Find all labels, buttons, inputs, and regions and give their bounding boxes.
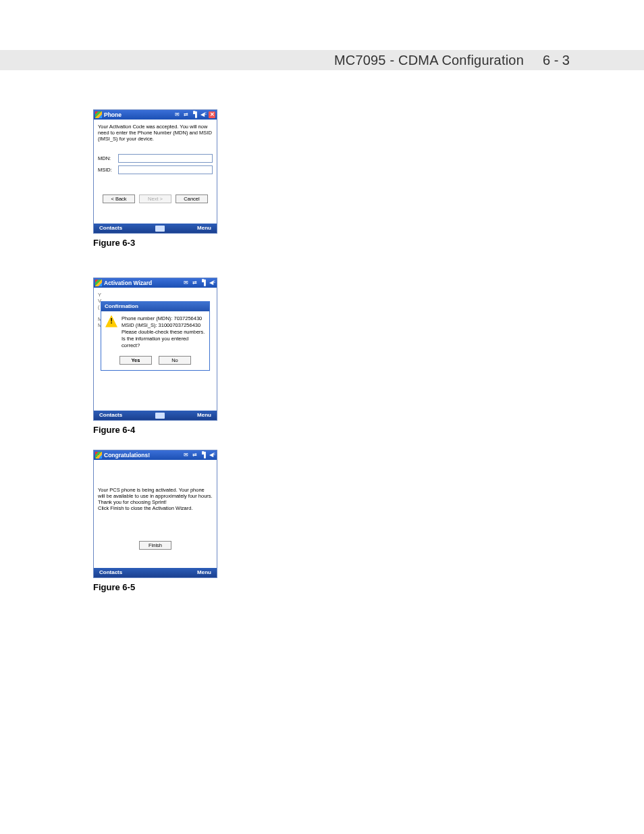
figure-caption-3: Figure 6-5 [93,582,217,592]
back-button[interactable]: < Back [103,194,135,203]
mail-icon: ✉ [182,452,189,459]
start-flag-icon [95,111,102,118]
speaker-icon: ◀ᴱ [200,111,207,118]
cancel-button[interactable]: Cancel [176,194,208,203]
msid-input[interactable] [118,165,213,174]
signal-icon: ▝▌ [200,280,207,286]
keyboard-icon[interactable] [155,226,165,232]
header-page: 6 - 3 [543,53,570,68]
next-button: Next > [139,194,171,203]
sync-icon: ⇄ [191,452,198,459]
start-flag-icon [95,280,102,286]
titlebar-1: Phone ✉ ⇄ ▝▌ ◀ᴱ ✕ [94,110,217,120]
sync-icon: ⇄ [182,111,189,118]
congrats-text: Your PCS phone is being activated. Your … [98,487,213,511]
contacts-softkey[interactable]: Contacts [99,412,122,419]
screenshot-3: Congratulations! ✉ ⇄ ▝▌ ◀ᴱ Your PCS phon… [93,450,217,578]
contacts-softkey[interactable]: Contacts [99,225,122,232]
mdn-input[interactable] [118,154,213,163]
no-button[interactable]: No [159,356,191,365]
close-icon[interactable]: ✕ [209,111,215,118]
speaker-icon: ◀ᴱ [209,280,215,286]
header-title: MC7095 - CDMA Configuration [334,53,524,68]
menu-softkey[interactable]: Menu [197,412,211,419]
contacts-softkey[interactable]: Contacts [99,569,122,576]
dialog-title: Confirmation [101,302,209,311]
confirmation-dialog: Confirmation Phone number (MDN): 7037256… [101,301,210,371]
menu-softkey[interactable]: Menu [197,569,211,576]
msid-label: MSID: [98,167,118,173]
signal-icon: ▝▌ [200,452,207,459]
figure-caption-2: Figure 6-4 [93,425,217,435]
speaker-icon: ◀ᴱ [209,452,215,459]
sync-icon: ⇄ [191,280,198,286]
signal-icon: ▝▌ [191,111,198,118]
mdn-label: MDN: [98,155,118,161]
keyboard-icon[interactable] [155,413,165,419]
instruction-text: Your Activation Code was accepted. You w… [98,124,213,142]
mail-icon: ✉ [173,111,180,118]
figure-caption-1: Figure 6-3 [93,238,217,248]
screenshot-2: Activation Wizard ✉ ⇄ ▝▌ ◀ᴱ YV(MM Confir… [93,278,217,421]
bottom-bar-3: Contacts Menu [94,568,217,577]
window-title-3: Congratulations! [104,452,180,459]
mail-icon: ✉ [182,280,189,286]
bottom-bar-1: Contacts Menu [94,224,217,233]
titlebar-3: Congratulations! ✉ ⇄ ▝▌ ◀ᴱ [94,450,217,460]
window-title-1: Phone [104,111,171,118]
bottom-bar-2: Contacts Menu [94,411,217,420]
yes-button[interactable]: Yes [119,356,152,365]
dialog-message: Phone number (MDN): 7037256430MSID (IMSI… [122,315,205,350]
window-title-2: Activation Wizard [104,280,180,286]
finish-button[interactable]: Finish [139,541,171,550]
screenshot-1: Phone ✉ ⇄ ▝▌ ◀ᴱ ✕ Your Activation Code w… [93,109,217,234]
warning-icon [105,315,117,328]
titlebar-2: Activation Wizard ✉ ⇄ ▝▌ ◀ᴱ [94,278,217,288]
menu-softkey[interactable]: Menu [197,225,211,232]
start-flag-icon [95,452,102,459]
